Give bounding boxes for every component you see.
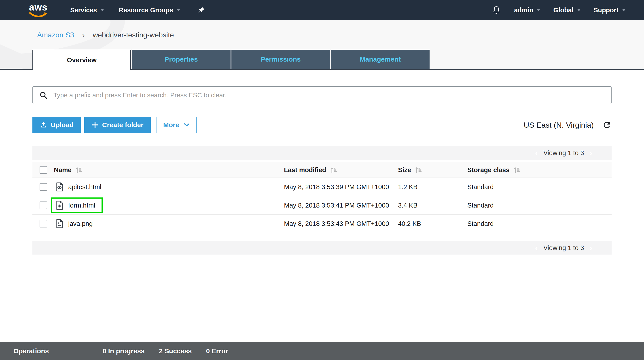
breadcrumb-current-bucket: webdriver-testing-website xyxy=(93,31,174,39)
column-header-last-modified: Last modified xyxy=(284,166,326,174)
viewing-range-label: Viewing 1 to 3 xyxy=(544,244,584,252)
aws-logo[interactable]: aws xyxy=(28,3,48,18)
object-link[interactable]: apitest.html xyxy=(68,183,101,191)
tab-permissions[interactable]: Permissions xyxy=(232,50,330,69)
size-cell: 40.2 KB xyxy=(398,220,467,228)
chevron-down-icon xyxy=(177,9,180,11)
table-row: java.png May 8, 2018 3:53:43 PM GMT+1000… xyxy=(32,215,612,233)
size-cell: 1.2 KB xyxy=(398,183,467,191)
pagination-bar-bottom: ‹ Viewing 1 to 3 › xyxy=(32,241,612,255)
object-link[interactable]: form.html xyxy=(68,202,95,209)
success-count: 2 Success xyxy=(159,347,192,355)
last-modified-cell: May 8, 2018 3:53:39 PM GMT+1000 xyxy=(284,183,398,191)
chevron-down-icon xyxy=(184,123,190,127)
refresh-button[interactable] xyxy=(602,120,612,130)
prefix-search xyxy=(32,86,612,104)
highlight-box: form.html xyxy=(51,198,103,213)
row-checkbox[interactable] xyxy=(40,220,47,228)
region-indicator: US East (N. Virginia) xyxy=(524,120,612,130)
operations-status-bar: Operations 0 In progress 2 Success 0 Err… xyxy=(0,342,644,360)
search-icon xyxy=(39,91,48,99)
last-modified-cell: May 8, 2018 3:53:41 PM GMT+1000 xyxy=(284,202,398,209)
overview-panel: Upload Create folder More US East (N. Vi… xyxy=(0,70,644,323)
chevron-down-icon xyxy=(537,9,540,11)
services-menu[interactable]: Services xyxy=(70,7,104,14)
objects-table: Name Last modified xyxy=(32,162,612,233)
table-row: apitest.html May 8, 2018 3:53:39 PM GMT+… xyxy=(32,178,612,196)
storage-class-cell: Standard xyxy=(467,183,612,191)
pagination-bar-top: ‹ Viewing 1 to 3 › xyxy=(32,146,612,160)
support-menu[interactable]: Support xyxy=(594,7,626,14)
create-folder-button[interactable]: Create folder xyxy=(84,117,151,133)
viewing-range-label: Viewing 1 to 3 xyxy=(544,149,584,157)
chevron-down-icon xyxy=(622,9,626,11)
refresh-icon xyxy=(602,120,612,130)
sort-icon[interactable] xyxy=(75,166,83,173)
top-navigation: aws Services Resource Groups admin Globa… xyxy=(0,0,644,20)
resource-groups-menu[interactable]: Resource Groups xyxy=(119,7,180,14)
aws-logo-text: aws xyxy=(29,3,48,12)
last-modified-cell: May 8, 2018 3:53:43 PM GMT+1000 xyxy=(284,220,398,228)
more-button[interactable]: More xyxy=(156,117,197,133)
prev-page-arrow[interactable]: ‹ xyxy=(535,148,538,157)
sort-icon[interactable] xyxy=(513,166,521,173)
storage-class-cell: Standard xyxy=(467,220,612,228)
prev-page-arrow[interactable]: ‹ xyxy=(535,243,538,252)
chevron-down-icon xyxy=(100,9,104,11)
image-file-icon xyxy=(55,219,64,229)
breadcrumb-amazon-s3-link[interactable]: Amazon S3 xyxy=(37,31,74,39)
breadcrumb: Amazon S3 › webdriver-testing-website xyxy=(0,20,644,50)
code-file-icon xyxy=(55,200,64,211)
tab-overview[interactable]: Overview xyxy=(32,50,131,70)
actions-toolbar: Upload Create folder More US East (N. Vi… xyxy=(32,117,612,133)
breadcrumb-separator: › xyxy=(82,31,84,39)
tab-management[interactable]: Management xyxy=(331,50,430,69)
table-row: form.html May 8, 2018 3:53:41 PM GMT+100… xyxy=(32,196,612,215)
operations-label[interactable]: Operations xyxy=(14,347,49,355)
storage-class-cell: Standard xyxy=(467,202,612,209)
column-header-storage-class: Storage class xyxy=(467,166,510,174)
upload-icon xyxy=(40,121,47,129)
object-link[interactable]: java.png xyxy=(68,220,93,228)
table-header-row: Name Last modified xyxy=(32,162,612,178)
chevron-down-icon xyxy=(577,9,581,11)
select-all-checkbox[interactable] xyxy=(40,166,47,174)
error-count: 0 Error xyxy=(206,347,228,355)
sort-icon[interactable] xyxy=(414,166,422,173)
code-file-icon xyxy=(55,182,64,192)
pin-icon[interactable] xyxy=(198,7,205,14)
aws-smile-icon xyxy=(28,12,48,18)
column-header-name: Name xyxy=(54,166,72,174)
region-menu[interactable]: Global xyxy=(554,7,581,14)
tabs-strip: Overview Properties Permissions Manageme… xyxy=(0,50,644,70)
next-page-arrow[interactable]: › xyxy=(590,148,592,157)
user-menu[interactable]: admin xyxy=(514,7,540,14)
upper-band: Amazon S3 › webdriver-testing-website Ov… xyxy=(0,20,644,70)
row-checkbox[interactable] xyxy=(40,183,47,191)
plus-icon xyxy=(92,121,98,128)
upload-button[interactable]: Upload xyxy=(32,117,81,133)
tab-properties[interactable]: Properties xyxy=(132,50,230,69)
next-page-arrow[interactable]: › xyxy=(590,243,592,252)
column-header-size: Size xyxy=(398,166,411,174)
row-checkbox[interactable] xyxy=(40,202,47,209)
top-nav-right: admin Global Support xyxy=(492,5,644,15)
region-label: US East (N. Virginia) xyxy=(524,121,594,129)
in-progress-count: 0 In progress xyxy=(102,347,144,355)
sort-icon[interactable] xyxy=(330,166,338,173)
search-input[interactable] xyxy=(48,92,611,99)
notifications-bell-icon[interactable] xyxy=(492,5,501,15)
size-cell: 3.4 KB xyxy=(398,202,467,209)
